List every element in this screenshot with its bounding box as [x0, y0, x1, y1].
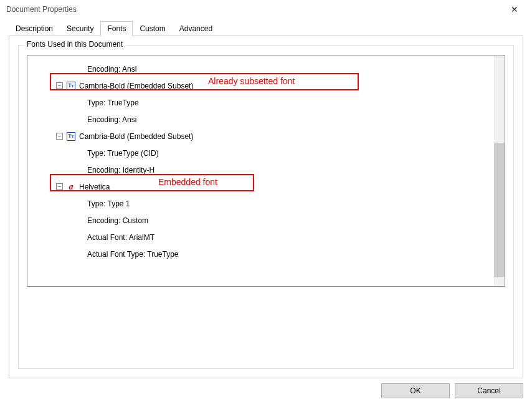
- dialog-buttons: OK Cancel: [0, 383, 532, 402]
- expander-icon[interactable]: −: [56, 183, 63, 190]
- tree-detail: Actual Font Type: TrueType: [27, 246, 494, 262]
- tree-detail: Actual Font: ArialMT: [27, 229, 494, 246]
- tree-detail: Encoding: Identity-H: [27, 161, 494, 178]
- detail-text: Type: Type 1: [87, 199, 130, 208]
- tree-detail: Encoding: Ansi: [27, 111, 494, 128]
- tab-advanced[interactable]: Advanced: [173, 21, 219, 36]
- expander-icon[interactable]: −: [56, 133, 63, 140]
- tree-body[interactable]: Encoding: Ansi − TT Cambria-Bold (Embedd…: [27, 55, 494, 286]
- detail-text: Encoding: Custom: [87, 216, 148, 225]
- fonts-groupbox: Fonts Used in this Document Encoding: An…: [18, 45, 514, 369]
- font-name: Helvetica: [79, 183, 110, 191]
- titlebar: Document Properties ✕: [0, 0, 532, 19]
- detail-text: Actual Font: ArialMT: [87, 233, 154, 242]
- close-icon: ✕: [511, 4, 518, 14]
- tree-detail: Encoding: Custom: [27, 212, 494, 229]
- tree-font-node[interactable]: − TT Cambria-Bold (Embedded Subset): [27, 77, 494, 94]
- detail-text: Actual Font Type: TrueType: [87, 250, 179, 259]
- tree-detail: Type: TrueType: [27, 94, 494, 111]
- font-name: Cambria-Bold (Embedded Subset): [79, 132, 193, 141]
- scroll-thumb[interactable]: [494, 143, 505, 277]
- truetype-icon: TT: [67, 132, 75, 141]
- tab-security[interactable]: Security: [60, 21, 100, 36]
- tree-font-node[interactable]: − a Helvetica: [27, 178, 494, 195]
- detail-text: Encoding: Ansi: [87, 65, 136, 74]
- ok-button[interactable]: OK: [381, 383, 450, 398]
- detail-text: Encoding: Ansi: [87, 115, 136, 124]
- tab-content: Fonts Used in this Document Encoding: An…: [9, 36, 523, 378]
- detail-text: Type: TrueType: [87, 98, 139, 107]
- expander-icon[interactable]: −: [56, 82, 63, 89]
- close-button[interactable]: ✕: [502, 0, 527, 19]
- cancel-button[interactable]: Cancel: [455, 383, 523, 398]
- tree-font-node[interactable]: − TT Cambria-Bold (Embedded Subset): [27, 128, 494, 145]
- tab-strip: Description Security Fonts Custom Advanc…: [0, 19, 532, 36]
- detail-text: Type: TrueType (CID): [87, 149, 159, 158]
- tree-detail: Type: Type 1: [27, 195, 494, 212]
- document-properties-window: Document Properties ✕ Description Securi…: [0, 0, 532, 402]
- tab-fonts[interactable]: Fonts: [100, 21, 133, 36]
- font-name: Cambria-Bold (Embedded Subset): [79, 82, 193, 90]
- scrollbar[interactable]: [494, 55, 505, 286]
- tab-description[interactable]: Description: [9, 21, 60, 36]
- group-label: Fonts Used in this Document: [24, 40, 125, 49]
- type1-icon: a: [67, 183, 75, 191]
- tree-detail: Type: TrueType (CID): [27, 145, 494, 161]
- detail-text: Encoding: Identity-H: [87, 166, 154, 175]
- tab-custom[interactable]: Custom: [133, 21, 172, 36]
- font-tree: Encoding: Ansi − TT Cambria-Bold (Embedd…: [27, 55, 505, 287]
- truetype-icon: TT: [67, 82, 75, 90]
- window-title: Document Properties: [6, 5, 502, 14]
- tree-detail: Encoding: Ansi: [27, 60, 494, 77]
